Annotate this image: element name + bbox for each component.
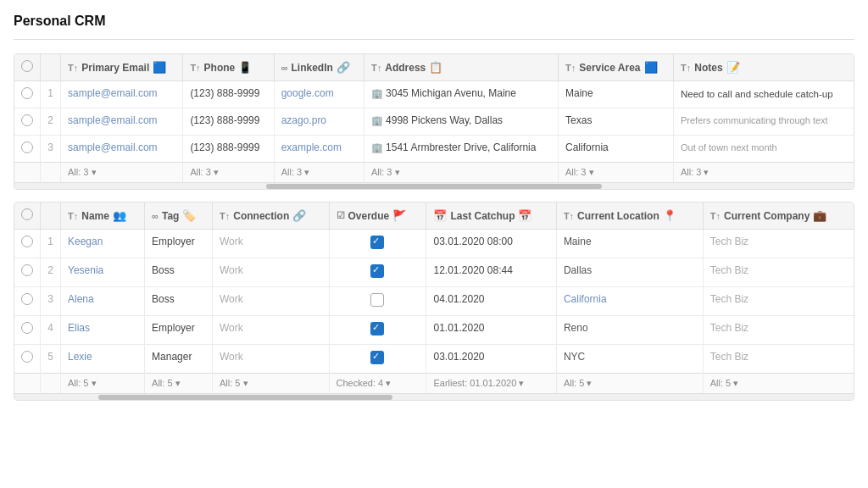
t2-foot-overdue[interactable]: Checked: 4 ▾: [329, 374, 426, 394]
t1-row-num: 2: [41, 108, 61, 136]
t2-row-connection: Work: [213, 258, 330, 287]
t2-row-tag: Boss: [145, 287, 213, 316]
t1-row-email: sample@email.com: [61, 136, 183, 163]
t1-row-num: 3: [41, 136, 61, 163]
col-notes[interactable]: T↑ Notes 📝: [673, 54, 854, 81]
t1-row-select[interactable]: [14, 81, 41, 108]
overdue-checked-icon[interactable]: [370, 264, 384, 278]
t2-foot-connection[interactable]: All: 5 ▾: [213, 374, 330, 394]
t1-row-notes: Need to call and schedule catch-up: [673, 81, 854, 108]
t2-row-location: California: [556, 287, 703, 316]
table1: T↑ Primary Email 🟦 T↑ Phone 📱 ∞ Li: [14, 54, 854, 182]
t2-row-name: Lexie: [61, 345, 145, 374]
t1-row-email: sample@email.com: [61, 81, 183, 108]
t1-foot-check: [14, 163, 41, 183]
col-current-company-label: Current Company: [724, 210, 810, 222]
t2-row-select[interactable]: [14, 316, 41, 345]
t1-foot-email[interactable]: All: 3 ▾: [61, 163, 183, 183]
t2-row-select[interactable]: [14, 345, 41, 374]
t1-row-address: 🏢3045 Michigan Avenu, Maine: [364, 81, 559, 108]
table2-row: 1 Keegan Employer Work 03.01.2020 08:00 …: [14, 230, 854, 258]
col-address[interactable]: T↑ Address 📋: [364, 54, 559, 81]
col-name[interactable]: T↑ Name 👥: [61, 202, 145, 230]
t1-row-service-area: California: [559, 136, 674, 163]
t1-row-select[interactable]: [14, 136, 41, 163]
col-phone[interactable]: T↑ Phone 📱: [183, 54, 274, 81]
t2-row-overdue[interactable]: [329, 258, 426, 287]
t1-foot-phone[interactable]: All: 3 ▾: [183, 163, 274, 183]
t2-row-overdue[interactable]: [329, 230, 426, 258]
t2-foot-company[interactable]: All: 5 ▾: [703, 374, 854, 394]
t2-foot-tag[interactable]: All: 5 ▾: [145, 374, 213, 394]
t2-row-tag: Employer: [145, 230, 213, 258]
col-service-area[interactable]: T↑ Service Area 🟦: [559, 54, 674, 81]
col-linkedin-label: LinkedIn: [292, 62, 333, 74]
t2-row-location: Dallas: [556, 258, 703, 287]
t2-row-catchup: 03.01.2020 08:00: [426, 230, 556, 258]
t1-foot-address[interactable]: All: 3 ▾: [364, 163, 559, 183]
overdue-unchecked-icon[interactable]: [370, 293, 384, 307]
t1-foot-linkedin[interactable]: All: 3 ▾: [274, 163, 364, 183]
t1-row-linkedin: google.com: [274, 81, 364, 108]
col-primary-email[interactable]: T↑ Primary Email 🟦: [61, 54, 183, 81]
t2-row-overdue[interactable]: [329, 316, 426, 345]
table2-row: 4 Elias Employer Work 01.01.2020 Reno Te…: [14, 316, 854, 345]
t2-row-connection: Work: [213, 345, 330, 374]
col-current-location-label: Current Location: [577, 210, 659, 222]
table1-container: T↑ Primary Email 🟦 T↑ Phone 📱 ∞ Li: [14, 53, 854, 190]
overdue-checked-icon[interactable]: [370, 236, 384, 249]
col-connection-label: Connection: [233, 210, 289, 222]
t2-row-overdue[interactable]: [329, 345, 426, 374]
t2-row-company: Tech Biz: [703, 316, 854, 345]
col-primary-email-label: Primary Email: [81, 62, 149, 74]
col-last-catchup[interactable]: 📅 Last Catchup 📅: [426, 202, 556, 230]
col-overdue[interactable]: ☑ Overdue 🚩: [329, 202, 426, 230]
t2-row-catchup: 12.01.2020 08:44: [426, 258, 556, 287]
t2-row-company: Tech Biz: [703, 230, 854, 258]
table2-select-all[interactable]: [14, 202, 41, 230]
t1-row-address: 🏢4998 Pickens Way, Dallas: [364, 108, 559, 136]
address-icon: 🏢: [371, 115, 383, 125]
t2-foot-location[interactable]: All: 5 ▾: [556, 374, 703, 394]
t2-row-company: Tech Biz: [703, 345, 854, 374]
t2-row-tag: Boss: [145, 258, 213, 287]
t2-row-num: 4: [41, 316, 61, 345]
t2-row-select[interactable]: [14, 287, 41, 316]
t2-row-connection: Work: [213, 230, 330, 258]
t2-row-connection: Work: [213, 316, 330, 345]
t1-row-select[interactable]: [14, 108, 41, 136]
overdue-checked-icon[interactable]: [370, 322, 384, 336]
col-connection[interactable]: T↑ Connection 🔗: [213, 202, 330, 230]
table2-rownum-header: [41, 202, 61, 230]
t2-foot-catchup[interactable]: Earliest: 01.01.2020 ▾: [426, 374, 556, 394]
table2-scrollbar-thumb[interactable]: [98, 395, 392, 400]
t2-row-select[interactable]: [14, 230, 41, 258]
table1-row: 1 sample@email.com (123) 888-9999 google…: [14, 81, 854, 108]
t1-row-phone: (123) 888-9999: [183, 81, 274, 108]
t2-row-location: NYC: [556, 345, 703, 374]
t1-row-address: 🏢1541 Armbrester Drive, California: [364, 136, 559, 163]
address-icon: 🏢: [371, 142, 383, 152]
t2-row-num: 1: [41, 230, 61, 258]
col-current-location[interactable]: T↑ Current Location 📍: [556, 202, 703, 230]
app-title: Personal CRM: [14, 14, 854, 29]
t2-row-overdue[interactable]: [329, 287, 426, 316]
table2-scrollbar[interactable]: [14, 393, 854, 400]
overdue-checked-icon[interactable]: [370, 351, 384, 364]
t2-row-connection: Work: [213, 287, 330, 316]
table1-scrollbar-thumb[interactable]: [266, 184, 602, 189]
t1-row-phone: (123) 888-9999: [183, 108, 274, 136]
t1-row-service-area: Texas: [559, 108, 674, 136]
t2-foot-name[interactable]: All: 5 ▾: [61, 374, 145, 394]
t1-row-phone: (123) 888-9999: [183, 136, 274, 163]
table1-scrollbar[interactable]: [14, 182, 854, 189]
col-linkedin[interactable]: ∞ LinkedIn 🔗: [274, 54, 364, 81]
t1-foot-num: [41, 163, 61, 183]
col-current-company[interactable]: T↑ Current Company 💼: [703, 202, 854, 230]
col-tag[interactable]: ∞ Tag 🏷️: [145, 202, 213, 230]
t2-row-select[interactable]: [14, 258, 41, 287]
table1-select-all[interactable]: [14, 54, 41, 81]
t2-row-name: Keegan: [61, 230, 145, 258]
t1-foot-notes[interactable]: All: 3 ▾: [673, 163, 854, 183]
t1-foot-service[interactable]: All: 3 ▾: [559, 163, 674, 183]
